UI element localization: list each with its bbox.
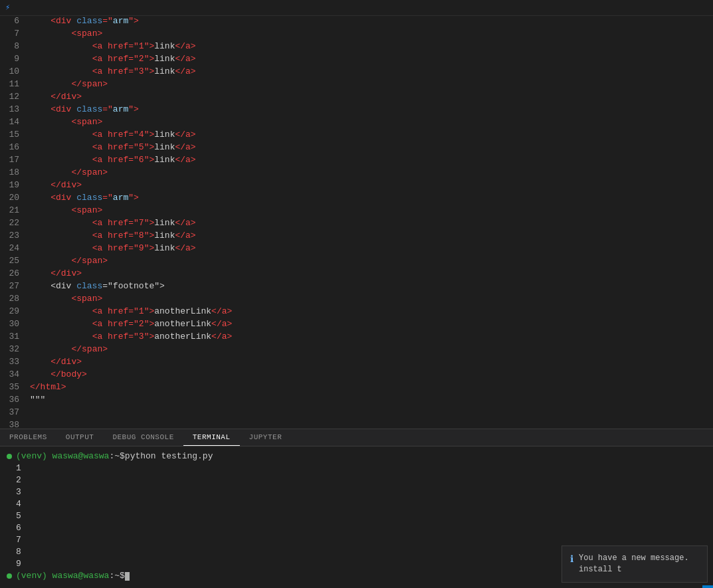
- line-number: 25: [0, 256, 30, 266]
- terminal-output-line: 5: [7, 510, 706, 522]
- line-code: <div class="arm">: [30, 16, 713, 26]
- code-line-16: 16 <a href="5">link</a>: [0, 142, 713, 155]
- line-code: <a href="2">anotherLink</a>: [30, 319, 713, 329]
- line-number: 32: [0, 344, 30, 354]
- line-number: 24: [0, 243, 30, 253]
- code-line-35: 35</html>: [0, 382, 713, 395]
- code-line-17: 17 <a href="6">link</a>: [0, 155, 713, 167]
- code-line-26: 26 </div>: [0, 268, 713, 281]
- terminal-area[interactable]: (venv) waswa@waswa:~$ python testing.py …: [0, 446, 713, 588]
- line-code: <a href="3">link</a>: [30, 66, 713, 76]
- tab-terminal[interactable]: TERMINAL: [183, 429, 240, 446]
- tab-jupyter[interactable]: JUPYTER: [240, 429, 292, 446]
- line-number: 36: [0, 395, 30, 405]
- code-line-36: 36""": [0, 395, 713, 407]
- code-line-31: 31 <a href="3">anotherLink</a>: [0, 332, 713, 344]
- code-line-29: 29 <a href="1">anotherLink</a>: [0, 306, 713, 319]
- code-line-38: 38: [0, 420, 713, 429]
- terminal-user2: (venv) waswa@waswa: [16, 570, 109, 582]
- terminal-cursor: [125, 572, 130, 581]
- notification-popup[interactable]: ℹ You have a new message. install t: [561, 545, 708, 583]
- tab-problems[interactable]: PROBLEMS: [0, 429, 56, 446]
- line-number: 11: [0, 79, 30, 89]
- bottom-panel: PROBLEMSOUTPUTDEBUG CONSOLETERMINALJUPYT…: [0, 429, 713, 588]
- line-number: 15: [0, 130, 30, 140]
- line-number: 10: [0, 66, 30, 76]
- line-number: 34: [0, 369, 30, 379]
- code-line-23: 23 <a href="8">link</a>: [0, 231, 713, 243]
- code-line-27: 27 <div class="footnote">: [0, 281, 713, 294]
- line-code: <a href="6">link</a>: [30, 155, 713, 165]
- terminal-dot: [7, 454, 12, 459]
- code-line-24: 24 <a href="9">link</a>: [0, 243, 713, 256]
- line-code: </div>: [30, 180, 713, 190]
- notification-text: You have a new message. install t: [579, 553, 699, 575]
- terminal-output-line: 6: [7, 522, 706, 534]
- code-line-13: 13 <div class="arm">: [0, 104, 713, 117]
- line-code: <span>: [30, 294, 713, 304]
- line-code: <span>: [30, 117, 713, 127]
- terminal-command-line: (venv) waswa@waswa:~$ python testing.py: [7, 450, 706, 462]
- line-code: <a href="3">anotherLink</a>: [30, 332, 713, 342]
- line-number: 8: [0, 41, 30, 51]
- line-code: </span>: [30, 344, 713, 354]
- line-number: 28: [0, 294, 30, 304]
- line-number: 18: [0, 167, 30, 177]
- terminal-output-line: 7: [7, 534, 706, 546]
- terminal-output-line: 3: [7, 486, 706, 498]
- panel-tabs: PROBLEMSOUTPUTDEBUG CONSOLETERMINALJUPYT…: [0, 429, 713, 446]
- tab-debug-console[interactable]: DEBUG CONSOLE: [103, 429, 183, 446]
- line-number: 37: [0, 407, 30, 417]
- line-code: </div>: [30, 357, 713, 367]
- terminal-user: (venv) waswa@waswa: [16, 450, 109, 462]
- line-code: <a href="7">link</a>: [30, 218, 713, 228]
- terminal-output-line: 2: [7, 474, 706, 486]
- line-number: 23: [0, 231, 30, 241]
- tab-output[interactable]: OUTPUT: [56, 429, 104, 446]
- breadcrumb: ⚡: [0, 0, 713, 16]
- line-code: [30, 420, 713, 429]
- code-line-21: 21 <span>: [0, 205, 713, 218]
- code-line-34: 34 </body>: [0, 369, 713, 382]
- line-number: 12: [0, 92, 30, 102]
- terminal-prompt2: :~$: [109, 570, 124, 582]
- code-line-12: 12 </div>: [0, 92, 713, 104]
- line-code: <a href="1">link</a>: [30, 41, 713, 51]
- line-number: 27: [0, 281, 30, 291]
- code-line-9: 9 <a href="2">link</a>: [0, 54, 713, 66]
- line-number: 33: [0, 357, 30, 367]
- code-line-22: 22 <a href="7">link</a>: [0, 218, 713, 231]
- terminal-output-line: 1: [7, 462, 706, 474]
- line-number: 22: [0, 218, 30, 228]
- code-line-15: 15 <a href="4">link</a>: [0, 130, 713, 142]
- line-code: <a href="2">link</a>: [30, 54, 713, 64]
- line-code: <a href="1">anotherLink</a>: [30, 306, 713, 316]
- code-line-11: 11 </span>: [0, 79, 713, 92]
- line-code: </div>: [30, 92, 713, 102]
- line-code: <a href="5">link</a>: [30, 142, 713, 152]
- line-number: 13: [0, 104, 30, 114]
- line-code: </span>: [30, 167, 713, 177]
- line-code: <a href="9">link</a>: [30, 243, 713, 253]
- terminal-dot2: [7, 573, 12, 579]
- line-number: 20: [0, 193, 30, 203]
- line-number: 30: [0, 319, 30, 329]
- line-number: 29: [0, 306, 30, 316]
- line-code: <div class="arm">: [30, 104, 713, 114]
- line-code: </span>: [30, 256, 713, 266]
- terminal-command: python testing.py: [125, 450, 213, 462]
- line-number: 6: [0, 16, 30, 26]
- line-number: 9: [0, 54, 30, 64]
- line-number: 17: [0, 155, 30, 165]
- line-code: </html>: [30, 382, 713, 392]
- line-code: <div class="arm">: [30, 193, 713, 203]
- code-line-14: 14 <span>: [0, 117, 713, 130]
- line-number: 19: [0, 180, 30, 190]
- line-code: <div class="footnote">: [30, 281, 713, 291]
- line-code: </div>: [30, 268, 713, 278]
- line-code: """: [30, 395, 713, 405]
- code-line-32: 32 </span>: [0, 344, 713, 357]
- code-line-7: 7 <span>: [0, 29, 713, 41]
- code-line-6: 6 <div class="arm">: [0, 16, 713, 29]
- line-number: 35: [0, 382, 30, 392]
